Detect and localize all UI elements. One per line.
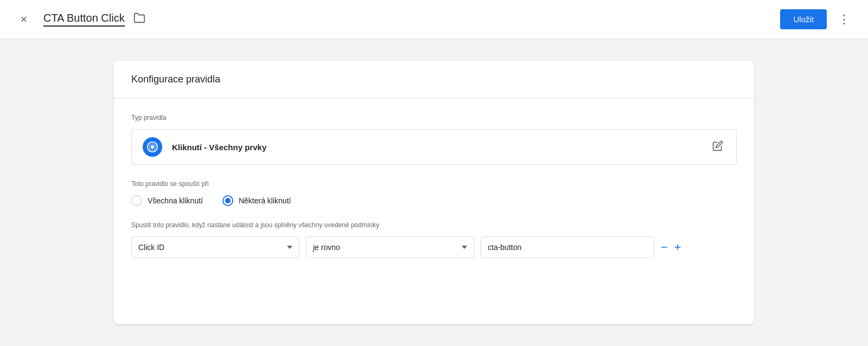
radio-some-label: Některá kliknutí <box>239 196 291 205</box>
card-header: Konfigurace pravidla <box>114 61 754 99</box>
topbar-left: × CTA Button Click <box>13 9 145 30</box>
page-title: CTA Button Click <box>43 12 125 27</box>
trigger-type-icon <box>143 137 162 157</box>
condition-variable-value: Click ID <box>138 243 164 252</box>
radio-some-circle[interactable] <box>222 195 233 206</box>
svg-point-2 <box>151 145 154 149</box>
card-body: Typ pravidla Kliknutí - Všechny prvky <box>114 99 754 273</box>
trigger-type-label: Typ pravidla <box>131 114 737 121</box>
remove-condition-button[interactable]: − <box>661 241 668 253</box>
edit-trigger-button[interactable] <box>710 138 725 156</box>
add-condition-button[interactable]: + <box>674 241 681 253</box>
trigger-type-left: Kliknutí - Všechny prvky <box>143 137 266 157</box>
more-options-button[interactable]: ⋮ <box>833 9 855 30</box>
radio-all-label: Všechna kliknutí <box>148 196 203 205</box>
condition-row: Click ID je rovno − + <box>131 236 737 258</box>
condition-operator-value: je rovno <box>313 243 340 252</box>
save-button[interactable]: Uložit <box>780 9 827 29</box>
chevron-down-icon <box>462 246 467 249</box>
more-icon: ⋮ <box>838 12 850 27</box>
trigger-type-box[interactable]: Kliknutí - Všechny prvky <box>131 129 737 165</box>
topbar: × CTA Button Click Uložit ⋮ <box>0 0 868 39</box>
close-button[interactable]: × <box>13 9 35 30</box>
radio-all-circle[interactable] <box>131 195 142 206</box>
condition-action-buttons: − + <box>661 241 681 253</box>
trigger-type-name: Kliknutí - Všechny prvky <box>172 143 266 152</box>
rule-config-card: Konfigurace pravidla Typ pravidla Kliknu… <box>114 61 754 324</box>
chevron-down-icon <box>287 246 292 249</box>
topbar-right: Uložit ⋮ <box>780 9 855 30</box>
radio-all-clicks[interactable]: Všechna kliknutí <box>131 195 203 206</box>
condition-value-input[interactable] <box>481 236 654 258</box>
main-content: Konfigurace pravidla Typ pravidla Kliknu… <box>0 39 868 346</box>
condition-label: Spustit toto pravidlo, když nastane udál… <box>131 221 737 229</box>
condition-variable-select[interactable]: Click ID <box>131 236 299 258</box>
fires-on-label: Toto pravidlo se spouští při <box>131 180 737 188</box>
folder-icon[interactable] <box>133 12 145 27</box>
condition-operator-select[interactable]: je rovno <box>306 236 474 258</box>
radio-some-clicks[interactable]: Některá kliknutí <box>222 195 291 206</box>
fires-on-radio-group: Všechna kliknutí Některá kliknutí <box>131 195 737 206</box>
close-icon: × <box>21 12 28 27</box>
